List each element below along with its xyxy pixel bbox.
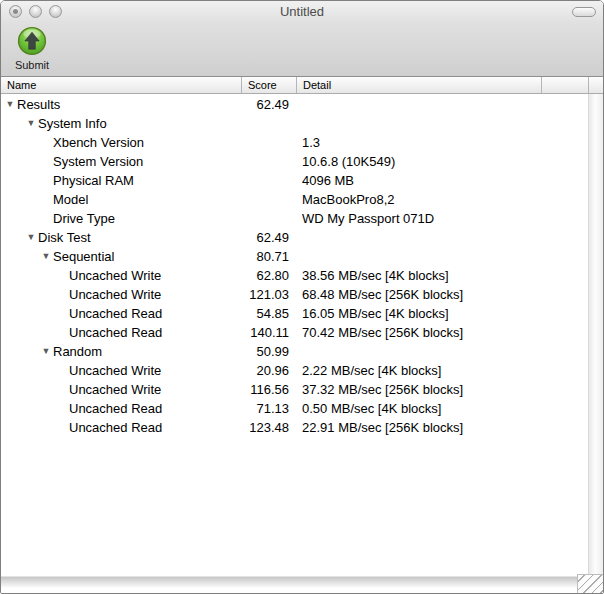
outline-row[interactable]: Uncached Write116.5637.32 MB/sec [256K b… xyxy=(1,380,588,399)
row-name: System Version xyxy=(53,152,143,171)
row-detail: 37.32 MB/sec [256K blocks] xyxy=(302,380,463,399)
outline-row[interactable]: ▼Random50.99 xyxy=(1,342,588,361)
horizontal-scrollbar[interactable] xyxy=(1,576,603,593)
outline-row[interactable]: ▼System Info xyxy=(1,114,588,133)
row-name: Disk Test xyxy=(38,228,91,247)
row-detail: 4096 MB xyxy=(302,171,354,190)
titlebar[interactable]: Untitled xyxy=(1,1,603,23)
disclosure-triangle-icon[interactable]: ▼ xyxy=(40,342,52,361)
row-detail: 70.42 MB/sec [256K blocks] xyxy=(302,323,463,342)
row-score: 62.80 xyxy=(237,266,289,285)
row-detail: MacBookPro8,2 xyxy=(302,190,395,209)
table-header: Name Score Detail xyxy=(1,77,603,94)
disclosure-triangle-icon[interactable]: ▼ xyxy=(4,95,16,114)
row-name: Model xyxy=(53,190,88,209)
outline-row[interactable]: Uncached Read54.8516.05 MB/sec [4K block… xyxy=(1,304,588,323)
outline-row[interactable]: Uncached Read123.4822.91 MB/sec [256K bl… xyxy=(1,418,588,437)
resize-grip[interactable] xyxy=(577,574,603,593)
outline-rows: ▼Results62.49▼System InfoXbench Version1… xyxy=(1,95,588,437)
submit-upload-icon xyxy=(17,26,47,56)
column-header-scrollbar-corner xyxy=(589,77,603,93)
row-detail: 16.05 MB/sec [4K blocks] xyxy=(302,304,449,323)
outline-row[interactable]: ModelMacBookPro8,2 xyxy=(1,190,588,209)
disclosure-triangle-icon[interactable]: ▼ xyxy=(25,114,37,133)
row-detail: 2.22 MB/sec [4K blocks] xyxy=(302,361,441,380)
outline-row[interactable]: Uncached Write121.0368.48 MB/sec [256K b… xyxy=(1,285,588,304)
row-detail: 1.3 xyxy=(302,133,320,152)
outline-row[interactable]: ▼Sequential80.71 xyxy=(1,247,588,266)
outline-row[interactable]: Drive TypeWD My Passport 071D xyxy=(1,209,588,228)
disclosure-triangle-icon[interactable]: ▼ xyxy=(40,247,52,266)
outline-row[interactable]: Uncached Write62.8038.56 MB/sec [4K bloc… xyxy=(1,266,588,285)
row-detail: 38.56 MB/sec [4K blocks] xyxy=(302,266,449,285)
row-name: Physical RAM xyxy=(53,171,134,190)
row-score: 140.11 xyxy=(237,323,289,342)
outline-row[interactable]: Uncached Write20.962.22 MB/sec [4K block… xyxy=(1,361,588,380)
results-outline-view: ▼Results62.49▼System InfoXbench Version1… xyxy=(1,94,603,576)
outline-row[interactable]: ▼Disk Test62.49 xyxy=(1,228,588,247)
row-score: 121.03 xyxy=(237,285,289,304)
row-name: System Info xyxy=(38,114,107,133)
row-detail: 10.6.8 (10K549) xyxy=(302,152,395,171)
row-name: Uncached Read xyxy=(69,323,162,342)
outline-row[interactable]: ▼Results62.49 xyxy=(1,95,588,114)
row-detail: 0.50 MB/sec [4K blocks] xyxy=(302,399,441,418)
row-name: Uncached Read xyxy=(69,304,162,323)
row-name: Uncached Read xyxy=(69,399,162,418)
row-name: Results xyxy=(17,95,60,114)
row-score: 80.71 xyxy=(237,247,289,266)
row-name: Sequential xyxy=(53,247,114,266)
outline-row[interactable]: Uncached Read140.1170.42 MB/sec [256K bl… xyxy=(1,323,588,342)
row-name: Drive Type xyxy=(53,209,115,228)
outline-row[interactable]: Xbench Version1.3 xyxy=(1,133,588,152)
row-score: 62.49 xyxy=(237,228,289,247)
submit-label: Submit xyxy=(15,59,49,71)
column-header-score[interactable]: Score xyxy=(242,77,297,93)
row-score: 54.85 xyxy=(237,304,289,323)
outline-row[interactable]: System Version10.6.8 (10K549) xyxy=(1,152,588,171)
row-detail: 22.91 MB/sec [256K blocks] xyxy=(302,418,463,437)
column-header-detail[interactable]: Detail xyxy=(297,77,542,93)
toolbar-toggle-button[interactable] xyxy=(572,7,596,17)
row-detail: 68.48 MB/sec [256K blocks] xyxy=(302,285,463,304)
row-name: Uncached Read xyxy=(69,418,162,437)
row-name: Random xyxy=(53,342,102,361)
xbench-results-window: Untitled Submit xyxy=(0,0,604,594)
row-score: 123.48 xyxy=(237,418,289,437)
vertical-scrollbar[interactable] xyxy=(588,94,603,576)
row-name: Xbench Version xyxy=(53,133,144,152)
row-name: Uncached Write xyxy=(69,285,161,304)
disclosure-triangle-icon[interactable]: ▼ xyxy=(25,228,37,247)
row-score: 62.49 xyxy=(237,95,289,114)
toolbar: Submit xyxy=(1,23,603,77)
outline-row[interactable]: Uncached Read71.130.50 MB/sec [4K blocks… xyxy=(1,399,588,418)
row-detail: WD My Passport 071D xyxy=(302,209,434,228)
column-header-empty xyxy=(542,77,589,93)
column-header-name[interactable]: Name xyxy=(1,77,242,93)
row-score: 116.56 xyxy=(237,380,289,399)
row-score: 50.99 xyxy=(237,342,289,361)
row-score: 71.13 xyxy=(237,399,289,418)
outline-row[interactable]: Physical RAM4096 MB xyxy=(1,171,588,190)
row-score: 20.96 xyxy=(237,361,289,380)
window-title: Untitled xyxy=(1,1,603,23)
submit-button[interactable]: Submit xyxy=(13,26,51,71)
row-name: Uncached Write xyxy=(69,266,161,285)
row-name: Uncached Write xyxy=(69,361,161,380)
row-name: Uncached Write xyxy=(69,380,161,399)
